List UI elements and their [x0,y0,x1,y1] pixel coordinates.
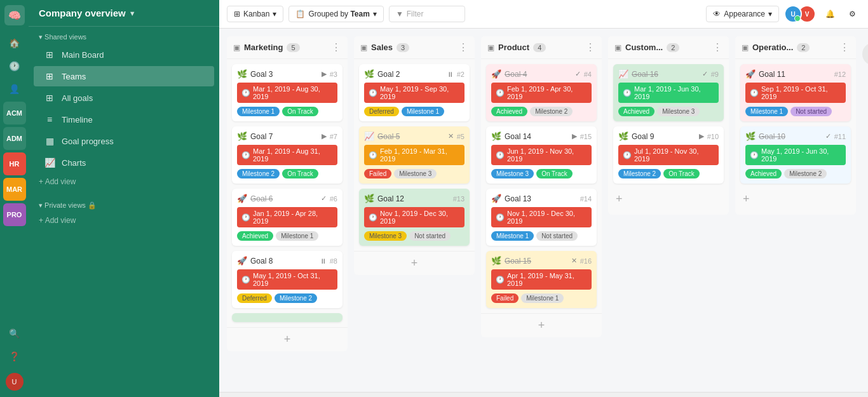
settings-button[interactable]: ⚙ [844,6,860,22]
product-add-card[interactable]: + [481,313,602,337]
nav-icon-person[interactable]: 👤 [4,79,25,99]
sidebar-item-timeline[interactable]: ≡ Timeline [34,109,214,130]
add-column-button[interactable]: + [862,43,868,65]
bell-button[interactable]: 🔔 [821,6,839,22]
product-menu-icon[interactable]: ⋮ [585,41,595,53]
goal8-id: #8 [330,257,337,265]
goal11-id: #12 [834,71,846,78]
goal2-icon: 🌿 [364,69,374,79]
operations-cards: 🚀 Goal 11 #12 🕐 Sep 1, 2019 - Oct 31, 20… [735,59,856,215]
marketing-menu-icon[interactable]: ⋮ [331,41,341,53]
card-goal-15[interactable]: 🌿 Goal 15 ✕ #16 🕐 Apr 1, 2019 - May 31, … [486,251,597,308]
card-partial[interactable] [232,313,342,322]
card-goal-9[interactable]: 🌿 Goal 9 ▶ #10 🕐 Jul 1, 2019 - Nov 30, 2… [613,126,724,184]
collapse-product-icon[interactable]: ▣ [487,43,494,52]
card-goal-2[interactable]: 🌿 Goal 2 ⏸ #2 🕐 May 1, 2019 - Sep 30, 20… [359,64,470,121]
column-operations-header: ▣ Operatio... 2 ⋮ [735,36,856,59]
nav-icon-help[interactable]: ❓ [4,346,25,367]
card-goal-13-header: 🚀 Goal 13 #14 [491,194,592,203]
card-goal-3[interactable]: 🌿 Goal 3 ▶ #3 🕐 Mar 1, 2019 - Aug 30, 20… [232,64,342,121]
column-customer-header: ▣ Custom... 2 ⋮ [608,36,729,59]
add-view-shared[interactable]: + Add view [29,173,219,190]
goal6-clock-icon: 🕐 [241,213,250,222]
goal5-clock-icon: 🕐 [369,151,377,159]
operations-add-card-inline[interactable]: + [740,189,851,210]
card-goal-7-header: 🌿 Goal 7 ▶ #7 [237,131,337,141]
sidebar-item-all-goals[interactable]: ⊞ All goals [34,88,214,108]
card-goal-6[interactable]: 🚀 Goal 6 ✓ #6 🕐 Jan 1, 2019 - Apr 28, 20… [232,189,342,246]
column-sales: ▣ Sales 3 ⋮ 🌿 Goal 2 ⏸ #2 🕐 May 1, 2019 … [354,36,475,275]
avatar-user1[interactable]: U [784,5,802,23]
goal10-tags: Achieved Milestone 2 [745,169,846,178]
goal13-title: Goal 13 [505,194,577,203]
card-goal-11[interactable]: 🚀 Goal 11 #12 🕐 Sep 1, 2019 - Oct 31, 20… [740,64,851,121]
collapse-sales-icon[interactable]: ▣ [360,43,367,52]
sidebar-item-main-board[interactable]: ⊞ Main Board [34,44,214,65]
nav-icon-chart[interactable]: ACM [3,102,26,124]
collapse-marketing-icon[interactable]: ▣ [233,43,240,52]
customer-title: Custom... [625,43,663,52]
goal12-id: #13 [453,195,465,203]
customer-menu-icon[interactable]: ⋮ [712,41,722,53]
collapse-customer-icon[interactable]: ▣ [614,43,621,52]
card-goal-8[interactable]: 🚀 Goal 8 ⏸ #8 🕐 May 1, 2019 - Oct 31, 20… [232,251,342,308]
goal15-icon: 🌿 [491,256,501,266]
card-goal-15-header: 🌿 Goal 15 ✕ #16 [491,256,592,266]
horizontal-scrollbar[interactable] [219,392,868,397]
grouped-by-button[interactable]: 📋 Grouped by Team ▾ [288,6,384,22]
goal4-clock-icon: 🕐 [496,89,505,97]
card-goal-14[interactable]: 🌿 Goal 14 ▶ #15 🕐 Jun 1, 2019 - Nov 30, … [486,126,597,184]
filter-input[interactable]: ▼ Filter [389,6,465,22]
sidebar-item-teams[interactable]: ⊞ Teams [34,66,214,86]
card-goal-16[interactable]: 📈 Goal 16 ✓ #9 🕐 Mar 1, 2019 - Jun 30, 2… [613,64,724,121]
goal13-date: 🕐 Nov 1, 2019 - Dec 30, 2019 [491,207,592,227]
sidebar-item-charts[interactable]: 📈 Charts [34,152,214,173]
appearance-button[interactable]: 👁 Appearance ▾ [706,6,779,22]
goal7-icon: 🌿 [237,131,247,141]
grouped-chevron-icon: ▾ [373,10,377,18]
nav-icon-admin[interactable]: ADM [3,127,26,150]
nav-icon-mar[interactable]: MAR [3,178,26,201]
sidebar-item-goal-progress[interactable]: ▦ Goal progress [34,131,214,151]
nav-icon-hr[interactable]: HR [3,152,26,175]
shared-views-section[interactable]: ▾ Shared views [29,27,219,44]
workspace-header[interactable]: Company overview ▼ [29,0,219,27]
customer-add-card-inline[interactable]: + [613,189,724,210]
sales-menu-icon[interactable]: ⋮ [458,41,468,53]
card-goal-4[interactable]: 🚀 Goal 4 ✓ #4 🕐 Feb 1, 2019 - Apr 30, 20… [486,64,597,121]
nav-icon-pro[interactable]: PRO [3,203,26,226]
teams-icon: ⊞ [44,71,55,81]
card-goal-5[interactable]: 📈 Goal 5 ✕ #5 🕐 Feb 1, 2019 - Mar 31, 20… [359,126,470,184]
goal14-date: 🕐 Jun 1, 2019 - Nov 30, 2019 [491,145,592,165]
product-title: Product [498,43,529,52]
goal15-tag-milestone: Milestone 1 [521,293,564,303]
card-goal-10[interactable]: 🌿 Goal 10 ✓ #11 🕐 May 1, 2019 - Jun 30, … [740,126,851,184]
nav-icon-search[interactable]: 🔍 [4,323,25,344]
kanban-view-button[interactable]: ⊞ Kanban ▾ [227,6,283,22]
goal8-clock-icon: 🕐 [241,276,250,284]
column-sales-header: ▣ Sales 3 ⋮ [354,36,475,59]
card-goal-16-header: 📈 Goal 16 ✓ #9 [618,69,719,79]
nav-icon-clock[interactable]: 🕐 [4,56,25,76]
goal15-title: Goal 15 [505,257,568,266]
sales-cards: 🌿 Goal 2 ⏸ #2 🕐 May 1, 2019 - Sep 30, 20… [354,59,475,251]
card-goal-13[interactable]: 🚀 Goal 13 #14 🕐 Nov 1, 2019 - Dec 30, 20… [486,189,597,246]
goal3-tag-milestone: Milestone 1 [237,107,280,116]
operations-menu-icon[interactable]: ⋮ [839,41,850,53]
goal11-tag-status: Not started [790,107,832,116]
goal11-title: Goal 11 [759,70,831,79]
card-goal-7[interactable]: 🌿 Goal 7 ▶ #7 🕐 Mar 1, 2019 - Aug 31, 20… [232,126,342,184]
goal14-play-icon: ▶ [572,132,577,140]
card-goal-6-header: 🚀 Goal 6 ✓ #6 [237,194,337,203]
marketing-add-card[interactable]: + [227,327,348,351]
nav-icon-home[interactable]: 🏠 [4,33,25,53]
card-goal-12[interactable]: 🌿 Goal 12 #13 🕐 Nov 1, 2019 - Dec 30, 20… [359,189,470,246]
goal16-date: 🕐 Mar 1, 2019 - Jun 30, 2019 [618,83,719,103]
user-avatar-small[interactable]: U [4,372,25,392]
logo-icon[interactable]: 🧠 [4,5,25,25]
collapse-operations-icon[interactable]: ▣ [742,43,749,52]
timeline-icon: ≡ [44,114,55,124]
add-view-private[interactable]: + Add view [29,212,219,229]
private-views-section[interactable]: ▾ Private views 🔒 [29,195,219,212]
sales-add-card[interactable]: + [354,251,475,275]
